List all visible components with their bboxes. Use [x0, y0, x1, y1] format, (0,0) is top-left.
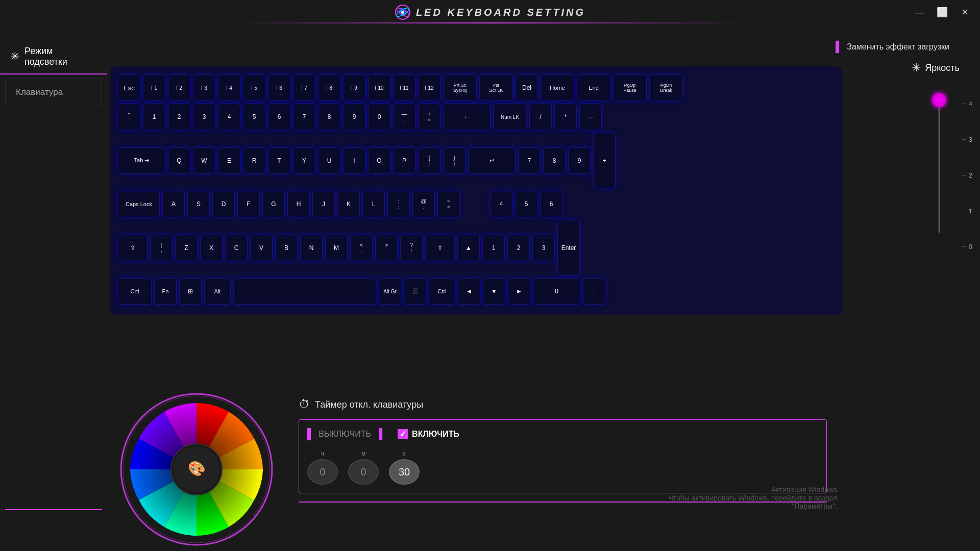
key-numpad-8[interactable]: 8 — [543, 147, 566, 174]
key-f6[interactable]: F6 — [268, 74, 290, 101]
key-o[interactable]: O — [368, 147, 390, 174]
key-numpad-0[interactable]: 0 — [533, 278, 580, 305]
key-alt-gr[interactable]: Alt Gr — [379, 278, 401, 305]
key-prtsc[interactable]: Prt ScSysRq — [443, 74, 477, 101]
key-pgdn[interactable]: PgDnBreak — [649, 74, 683, 101]
key-g[interactable]: G — [262, 191, 285, 217]
maximize-button[interactable]: ⬜ — [935, 5, 949, 19]
key-numpad-plus[interactable]: + — [593, 133, 616, 188]
key-f1[interactable]: F1 — [143, 74, 165, 101]
key-ins[interactable]: InsScr LK — [479, 74, 513, 101]
key-slash[interactable]: ?/ — [400, 235, 423, 261]
key-tab[interactable]: Tab ⇥ — [118, 147, 165, 174]
key-z[interactable]: Z — [175, 235, 198, 261]
key-b[interactable]: B — [275, 235, 298, 261]
key-x[interactable]: X — [200, 235, 223, 261]
key-numpad-2[interactable]: 2 — [507, 235, 530, 261]
key-comma[interactable]: <, — [350, 235, 373, 261]
color-wheel-container[interactable]: 🎨 — [115, 393, 278, 546]
key-caps-lock[interactable]: Caps Lock — [118, 191, 160, 217]
key-8[interactable]: 8 — [318, 104, 340, 130]
key-ctrl-left[interactable]: Crtl — [118, 278, 152, 305]
key-numpad-minus[interactable]: — — [579, 104, 602, 130]
key-alt-left[interactable]: Alt — [204, 278, 231, 305]
color-wheel[interactable]: 🎨 — [120, 393, 273, 546]
toggle-checkbox[interactable]: ✓ — [398, 429, 408, 439]
key-backslash[interactable]: |\ — [150, 235, 173, 261]
key-n[interactable]: N — [300, 235, 323, 261]
key-a[interactable]: A — [162, 191, 185, 217]
key-w[interactable]: W — [193, 147, 215, 174]
brightness-slider[interactable]: 4 3 2 1 0 — [924, 85, 954, 248]
toggle-off-button[interactable]: ▌ ВЫКЛЮЧИТЬ ▐ — [307, 428, 382, 440]
key-f8[interactable]: F8 — [318, 74, 340, 101]
key-m[interactable]: M — [325, 235, 348, 261]
key-5[interactable]: 5 — [243, 104, 265, 130]
key-f[interactable]: F — [237, 191, 260, 217]
key-4[interactable]: 4 — [218, 104, 240, 130]
key-y[interactable]: Y — [293, 147, 315, 174]
key-numpad-3[interactable]: 3 — [532, 235, 555, 261]
key-f5[interactable]: F5 — [243, 74, 265, 101]
key-numpad-6[interactable]: 6 — [540, 191, 562, 217]
key-space[interactable] — [233, 278, 376, 305]
key-9[interactable]: 9 — [343, 104, 365, 130]
key-l[interactable]: L — [362, 191, 385, 217]
key-q[interactable]: Q — [168, 147, 190, 174]
key-del[interactable]: Del — [516, 74, 538, 101]
key-numpad-slash[interactable]: / — [529, 104, 552, 130]
key-t[interactable]: T — [268, 147, 290, 174]
key-quote[interactable]: @, — [412, 191, 435, 217]
timer-minutes-input[interactable]: 0 — [348, 459, 379, 485]
key-arrow-up[interactable]: ▲ — [457, 235, 480, 261]
key-0[interactable]: 0 — [368, 104, 390, 130]
key-numpad-dot[interactable]: . — [583, 278, 605, 305]
key-2[interactable]: 2 — [168, 104, 190, 130]
key-c[interactable]: C — [225, 235, 248, 261]
key-s[interactable]: S — [187, 191, 210, 217]
key-semicolon[interactable]: :; — [387, 191, 410, 217]
key-numpad-enter[interactable]: Enter — [557, 220, 580, 276]
brightness-thumb[interactable] — [932, 93, 946, 107]
key-numpad-star[interactable]: * — [554, 104, 577, 130]
key-tilde[interactable]: ~` — [118, 104, 140, 130]
minimize-button[interactable]: — — [913, 5, 927, 19]
key-v[interactable]: V — [250, 235, 273, 261]
key-numlk[interactable]: Num LK — [493, 104, 527, 130]
key-numpad-9[interactable]: 9 — [568, 147, 591, 174]
key-arrow-left[interactable]: ◄ — [458, 278, 480, 305]
key-end[interactable]: End — [577, 74, 610, 101]
key-open-bracket[interactable]: {[ — [418, 147, 440, 174]
key-ctrl-right[interactable]: Ctrl — [429, 278, 455, 305]
key-arrow-right[interactable]: ► — [508, 278, 530, 305]
sidebar-item-keyboard[interactable]: Клавиатура — [5, 79, 102, 106]
key-j[interactable]: J — [312, 191, 335, 217]
key-period[interactable]: >. — [375, 235, 398, 261]
key-pgup[interactable]: PgUpPause — [613, 74, 647, 101]
key-numpad-5[interactable]: 5 — [515, 191, 537, 217]
key-r[interactable]: R — [243, 147, 265, 174]
key-numpad-1[interactable]: 1 — [482, 235, 505, 261]
key-arrow-down[interactable]: ▼ — [483, 278, 505, 305]
key-d[interactable]: D — [212, 191, 235, 217]
key-home[interactable]: Home — [541, 74, 574, 101]
key-f7[interactable]: F7 — [293, 74, 315, 101]
timer-seconds-input[interactable]: 30 — [389, 459, 420, 485]
key-shift-left[interactable]: ⇧ — [118, 235, 148, 261]
key-1[interactable]: 1 — [143, 104, 165, 130]
key-f9[interactable]: F9 — [343, 74, 365, 101]
key-shift-right[interactable]: ⇧ — [425, 235, 455, 261]
key-f12[interactable]: F12 — [418, 74, 440, 101]
key-f4[interactable]: F4 — [218, 74, 240, 101]
key-p[interactable]: P — [393, 147, 415, 174]
key-f11[interactable]: F11 — [393, 74, 415, 101]
sidebar-item-mode[interactable]: ✳ Режим подсветки — [0, 40, 107, 74]
key-3[interactable]: 3 — [193, 104, 215, 130]
key-enter-main[interactable]: ↵ — [468, 147, 516, 174]
key-6[interactable]: 6 — [268, 104, 290, 130]
key-i[interactable]: I — [343, 147, 365, 174]
key-menu[interactable]: ☰ — [404, 278, 426, 305]
key-numpad-7[interactable]: 7 — [518, 147, 541, 174]
key-f10[interactable]: F10 — [368, 74, 390, 101]
key-e[interactable]: E — [218, 147, 240, 174]
